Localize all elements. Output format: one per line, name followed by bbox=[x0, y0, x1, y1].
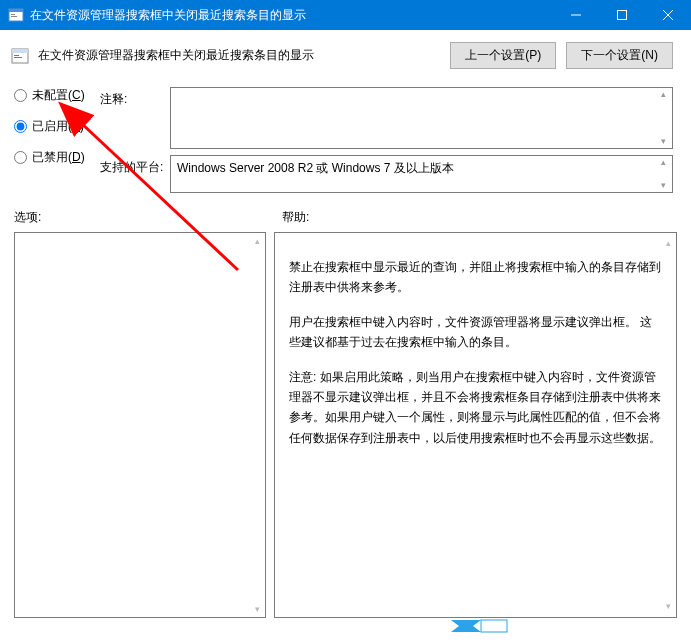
svg-rect-5 bbox=[618, 11, 627, 20]
prev-setting-button[interactable]: 上一个设置(P) bbox=[450, 42, 556, 69]
help-label: 帮助: bbox=[270, 209, 673, 226]
svg-rect-1 bbox=[9, 9, 23, 12]
help-text: 注意: 如果启用此策略，则当用户在搜索框中键入内容时，文件资源管理器不显示建议弹… bbox=[289, 367, 662, 449]
svg-rect-3 bbox=[11, 16, 17, 17]
svg-rect-9 bbox=[12, 49, 28, 53]
scrollbar-icon[interactable] bbox=[248, 236, 262, 614]
scrollbar-icon[interactable] bbox=[659, 236, 673, 614]
radio-not-configured-input[interactable] bbox=[14, 89, 27, 102]
svg-marker-14 bbox=[451, 620, 481, 632]
minimize-button[interactable] bbox=[553, 0, 599, 30]
close-button[interactable] bbox=[645, 0, 691, 30]
radio-disabled-input[interactable] bbox=[14, 151, 27, 164]
header-row: 在文件资源管理器搜索框中关闭最近搜索条目的显示 上一个设置(P) 下一个设置(N… bbox=[10, 42, 681, 69]
svg-rect-11 bbox=[14, 57, 22, 58]
window-controls bbox=[553, 0, 691, 30]
svg-rect-10 bbox=[14, 55, 19, 56]
scrollbar-icon[interactable]: ▴▾ bbox=[656, 90, 670, 146]
scrollbar-icon[interactable]: ▴▾ bbox=[656, 158, 670, 190]
radio-enabled-input[interactable] bbox=[14, 120, 27, 133]
help-text: 禁止在搜索框中显示最近的查询，并阻止将搜索框中输入的条目存储到注册表中供将来参考… bbox=[289, 257, 662, 298]
help-text: 用户在搜索框中键入内容时，文件资源管理器将显示建议弹出框。 这些建议都基于过去在… bbox=[289, 312, 662, 353]
next-setting-button[interactable]: 下一个设置(N) bbox=[566, 42, 673, 69]
header-title: 在文件资源管理器搜索框中关闭最近搜索条目的显示 bbox=[38, 47, 450, 64]
svg-rect-15 bbox=[481, 620, 507, 632]
titlebar: 在文件资源管理器搜索框中关闭最近搜索条目的显示 bbox=[0, 0, 691, 30]
options-panel bbox=[14, 232, 266, 618]
maximize-button[interactable] bbox=[599, 0, 645, 30]
svg-rect-2 bbox=[11, 14, 15, 15]
window-title: 在文件资源管理器搜索框中关闭最近搜索条目的显示 bbox=[30, 7, 553, 24]
watermark-icon bbox=[451, 614, 511, 638]
svg-line-13 bbox=[80, 122, 238, 270]
policy-icon bbox=[8, 7, 24, 23]
setting-icon bbox=[10, 46, 30, 66]
help-panel: 禁止在搜索框中显示最近的查询，并阻止将搜索框中输入的条目存储到注册表中供将来参考… bbox=[274, 232, 677, 618]
annotation-arrow-icon bbox=[58, 100, 258, 280]
